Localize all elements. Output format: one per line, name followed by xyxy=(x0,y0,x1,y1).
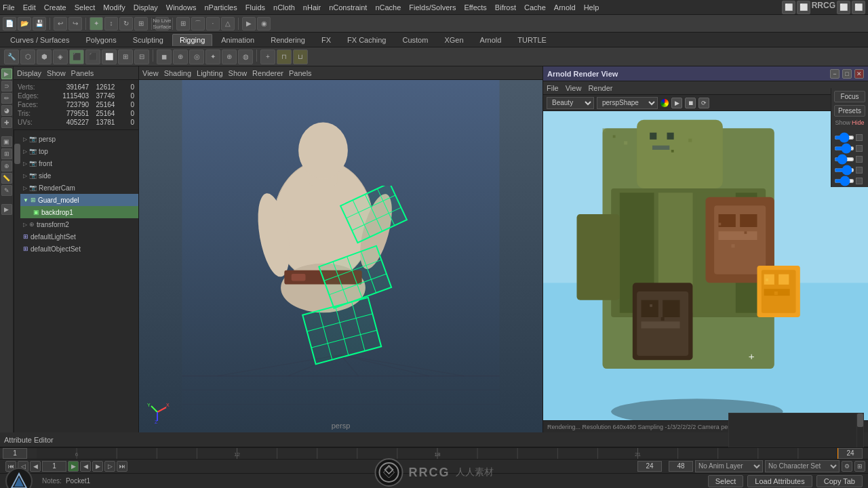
tool-12[interactable]: ◎ xyxy=(189,49,204,64)
tool-16[interactable]: + xyxy=(260,49,275,64)
menu-create[interactable]: Create xyxy=(44,3,66,12)
tool-2[interactable]: ⬡ xyxy=(20,49,35,64)
load-attrs-btn[interactable]: Load Attributes xyxy=(747,475,812,487)
rrcg-icon-2[interactable]: ⬜ xyxy=(797,1,810,14)
arnold-camera-select[interactable]: perspShape xyxy=(597,97,658,109)
redo-btn[interactable]: ↪ xyxy=(68,17,82,30)
menu-select[interactable]: Select xyxy=(75,3,96,12)
measure-tool[interactable]: 📏 xyxy=(1,173,12,184)
outliner-item-persp[interactable]: ▷ 📷 persp xyxy=(20,133,138,145)
arnold-focus-btn[interactable]: Focus xyxy=(834,91,865,102)
menu-effects[interactable]: Effects xyxy=(464,3,486,12)
new-scene-btn[interactable]: 📄 xyxy=(3,17,16,30)
move-tool2[interactable]: ✚ xyxy=(1,117,12,128)
outliner-item-guard-model[interactable]: ▼ ⊞ Guard_model xyxy=(20,194,138,206)
arnold-btn-1[interactable]: ▶ xyxy=(671,98,682,108)
tab-curves-surfaces[interactable]: Curves / Surfaces xyxy=(3,34,77,46)
outliner-item-front[interactable]: ▷ 📷 front xyxy=(20,157,138,169)
tool-10[interactable]: ◼ xyxy=(157,49,172,64)
paint-tool[interactable]: ✏ xyxy=(1,93,12,104)
viewport-lighting-menu[interactable]: Lighting xyxy=(197,69,223,77)
anim-options-btn[interactable]: ⚙ xyxy=(842,461,852,472)
anim-layers-btn[interactable]: ⊞ xyxy=(854,461,865,472)
move-tool-btn[interactable]: ↕ xyxy=(104,17,118,30)
outliner-item-top[interactable]: ▷ 📷 top xyxy=(20,145,138,157)
arnold-maximize-btn[interactable]: □ xyxy=(842,69,852,79)
tab-fx[interactable]: FX xyxy=(314,34,338,46)
skip-to-end-btn[interactable]: ⏭ xyxy=(117,461,127,472)
tool-14[interactable]: ⊕ xyxy=(222,49,237,64)
tool-9[interactable]: ⊟ xyxy=(134,49,149,64)
menu-arnold[interactable]: Arnold xyxy=(554,3,576,12)
viewport-renderer-menu[interactable]: Renderer xyxy=(252,69,283,77)
select-tool-btn[interactable]: ✦ xyxy=(90,17,103,30)
outliner-display-menu[interactable]: Display xyxy=(17,69,41,77)
menu-display[interactable]: Display xyxy=(134,3,158,12)
menu-nhair[interactable]: nHair xyxy=(303,3,321,12)
tool-7[interactable]: ⬜ xyxy=(102,49,117,64)
render-btn[interactable]: ▶ xyxy=(242,17,256,30)
select-tool[interactable]: ▶ xyxy=(1,68,12,79)
tool-6[interactable]: ⬛ xyxy=(85,49,100,64)
outliner-item-rendercam[interactable]: ▷ 📷 RenderCam xyxy=(20,182,138,194)
tab-polygons[interactable]: Polygons xyxy=(78,34,123,46)
timeline-start-input[interactable]: 1 xyxy=(3,448,27,459)
arnold-presets-btn[interactable]: Presets xyxy=(834,105,865,117)
grid-tool[interactable]: ⊞ xyxy=(1,148,12,159)
no-live-surface-btn[interactable]: No Live Surface xyxy=(155,17,169,30)
outliner-item-side[interactable]: ▷ 📷 side xyxy=(20,169,138,182)
arnold-slider-4[interactable] xyxy=(834,168,854,172)
menu-file[interactable]: File xyxy=(3,3,15,12)
rrcg-icon-1[interactable]: ⬜ xyxy=(782,1,795,14)
tool-3[interactable]: ⬢ xyxy=(37,49,52,64)
tool-15[interactable]: ◍ xyxy=(238,49,253,64)
snap-point-btn[interactable]: · xyxy=(206,17,220,30)
save-scene-btn[interactable]: 💾 xyxy=(33,17,46,30)
scale-tool-btn[interactable]: ⊞ xyxy=(134,17,148,30)
sculpt-tool[interactable]: ◕ xyxy=(1,105,12,116)
outliner-item-backdrop[interactable]: ▣ backdrop1 xyxy=(20,206,138,218)
outliner-item-defaultlightset[interactable]: ⊞ defaultLightSet xyxy=(20,230,138,243)
axis-tool[interactable]: ⊕ xyxy=(1,161,12,171)
arnold-menu-file[interactable]: File xyxy=(547,84,559,92)
rotate-tool-btn[interactable]: ↻ xyxy=(119,17,133,30)
undo-btn[interactable]: ↩ xyxy=(54,17,67,30)
menu-ncache[interactable]: nCache xyxy=(375,3,401,12)
ipr-btn[interactable]: ◉ xyxy=(257,17,271,30)
arnold-minimize-btn[interactable]: − xyxy=(830,69,840,79)
arnold-btn-2[interactable]: ⏹ xyxy=(685,98,696,108)
tab-turtle[interactable]: TURTLE xyxy=(510,34,554,46)
menu-bifrost[interactable]: Bifrost xyxy=(495,3,516,12)
render-tool[interactable]: ▶ xyxy=(1,204,12,215)
attr-scroll-thumb[interactable] xyxy=(857,413,863,427)
viewport-panels-menu[interactable]: Panels xyxy=(289,69,312,77)
tab-custom[interactable]: Custom xyxy=(395,34,436,46)
tool-18[interactable]: ⊔ xyxy=(293,49,308,64)
char-set-select[interactable]: No Character Set xyxy=(765,460,840,472)
arnold-slider-3[interactable] xyxy=(834,157,854,161)
viewport-view-menu[interactable]: View xyxy=(142,69,159,77)
arnold-menu-view[interactable]: View xyxy=(566,84,582,92)
play-btn[interactable]: ▶ xyxy=(68,461,79,472)
range-end-input[interactable]: 24 xyxy=(637,461,662,472)
menu-fields[interactable]: Fields/Solvers xyxy=(409,3,456,12)
prev-frame-btn[interactable]: ◀ xyxy=(30,461,41,472)
snap-curve-btn[interactable]: ⌒ xyxy=(191,17,205,30)
menu-nparticles[interactable]: nParticles xyxy=(204,3,237,12)
menu-windows[interactable]: Windows xyxy=(166,3,197,12)
arnold-slider-1[interactable] xyxy=(834,136,854,140)
arnold-color-picker[interactable] xyxy=(660,99,669,107)
rrcg-icon-3[interactable]: ⬜ xyxy=(837,1,850,14)
menu-help[interactable]: Help xyxy=(584,3,599,12)
arnold-beauty-select[interactable]: Beauty xyxy=(547,97,594,109)
viewport-canvas[interactable]: 640 x 480 xyxy=(139,80,542,432)
tab-arnold[interactable]: Arnold xyxy=(473,34,509,46)
tab-rendering[interactable]: Rendering xyxy=(263,34,313,46)
tab-xgen[interactable]: XGen xyxy=(437,34,471,46)
tool-1[interactable]: 🔧 xyxy=(4,49,19,64)
menu-fluids[interactable]: Fluids xyxy=(245,3,265,12)
arnold-slider-5[interactable] xyxy=(834,179,854,183)
menu-edit[interactable]: Edit xyxy=(23,3,36,12)
outliner-panels-menu[interactable]: Panels xyxy=(71,69,94,77)
arnold-slider-2[interactable] xyxy=(834,146,854,150)
